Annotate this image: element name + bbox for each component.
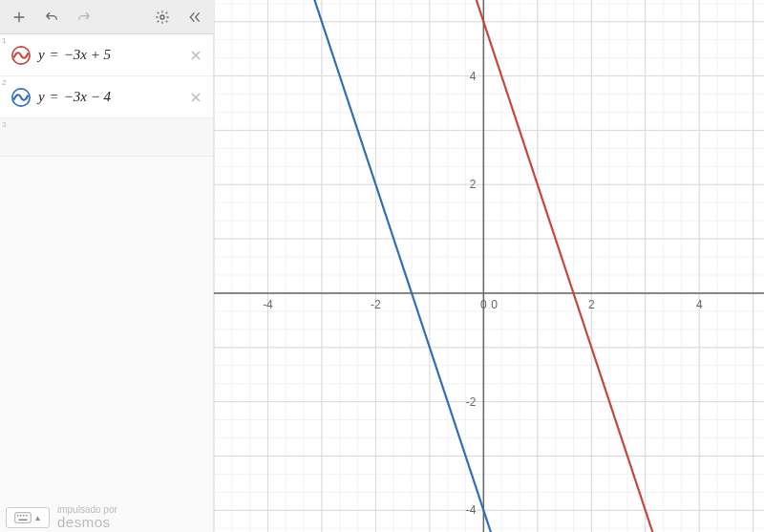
add-button[interactable] bbox=[8, 6, 31, 29]
expression-formula[interactable]: y = −3x − 4 bbox=[38, 89, 184, 105]
keyboard-button[interactable]: ▲ bbox=[6, 507, 50, 528]
desmos-credit: impulsado por desmos bbox=[57, 504, 117, 531]
graph-canvas[interactable]: -4-2024-4-2240 bbox=[214, 0, 764, 532]
expression-row-empty[interactable]: 3 bbox=[0, 118, 213, 157]
expression-index: 2 bbox=[2, 78, 6, 87]
svg-text:4: 4 bbox=[470, 70, 477, 83]
svg-rect-4 bbox=[17, 515, 19, 517]
redo-button[interactable] bbox=[73, 6, 96, 29]
expression-formula[interactable]: y = −3x + 5 bbox=[38, 47, 184, 63]
svg-text:0: 0 bbox=[480, 298, 487, 311]
svg-text:0: 0 bbox=[491, 298, 498, 311]
expression-row[interactable]: 2 y = −3x − 4 bbox=[0, 76, 213, 118]
delete-expression-button[interactable] bbox=[184, 44, 207, 67]
svg-point-0 bbox=[160, 15, 164, 19]
expression-list: 1 y = −3x + 5 2 y = −3x − 4 3 bbox=[0, 34, 213, 157]
svg-text:-2: -2 bbox=[371, 298, 381, 311]
svg-rect-5 bbox=[20, 515, 22, 517]
settings-button[interactable] bbox=[151, 6, 174, 29]
color-swatch-icon[interactable] bbox=[10, 44, 32, 67]
svg-rect-3 bbox=[14, 513, 31, 523]
collapse-sidebar-button[interactable] bbox=[183, 6, 206, 29]
svg-text:-4: -4 bbox=[466, 503, 477, 517]
svg-text:2: 2 bbox=[588, 298, 595, 311]
svg-rect-8 bbox=[18, 520, 27, 521]
expression-index: 1 bbox=[2, 36, 6, 45]
color-swatch-icon[interactable] bbox=[10, 86, 32, 109]
expression-index: 3 bbox=[2, 120, 6, 129]
svg-text:2: 2 bbox=[470, 178, 477, 191]
svg-text:-4: -4 bbox=[263, 298, 273, 311]
toolbar bbox=[0, 0, 214, 34]
svg-rect-6 bbox=[23, 515, 25, 517]
svg-text:4: 4 bbox=[696, 298, 703, 311]
svg-text:-2: -2 bbox=[466, 395, 477, 409]
svg-rect-7 bbox=[26, 515, 28, 517]
expression-row[interactable]: 1 y = −3x + 5 bbox=[0, 34, 213, 76]
undo-button[interactable] bbox=[40, 6, 63, 29]
footer: ▲ impulsado por desmos bbox=[0, 503, 123, 532]
delete-expression-button[interactable] bbox=[184, 86, 207, 109]
